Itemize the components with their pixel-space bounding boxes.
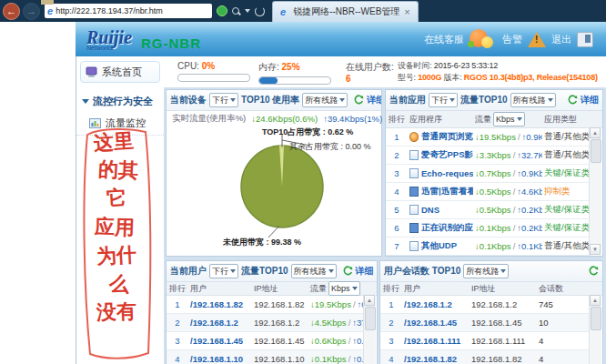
scroll-down-button[interactable]: ▼ — [590, 244, 601, 255]
user-link[interactable]: /192.168.1.2 — [188, 318, 252, 328]
direction-select[interactable]: 下行 — [429, 93, 458, 107]
user-link[interactable]: /192.168.1.111 — [402, 336, 470, 346]
refresh-button[interactable] — [567, 95, 578, 106]
flow-up: ↑0.2Kbps — [517, 205, 542, 215]
scrollbar[interactable]: ▲ ▼ — [589, 295, 601, 364]
user-link[interactable]: /192.168.1.82 — [188, 299, 252, 309]
direction-select[interactable]: 下行 — [209, 93, 238, 107]
sidebar-group-flow-control[interactable]: 流控行为安全 — [76, 87, 164, 112]
ip-cell: 192.168.1.82 — [252, 299, 308, 309]
user-link[interactable]: /192.168.1.10 — [188, 354, 252, 364]
detail-link[interactable]: 详细 — [356, 265, 374, 278]
chevron-down-icon — [328, 269, 334, 273]
unit-select[interactable]: Kbps — [493, 112, 525, 126]
chevron-down-icon — [230, 269, 236, 273]
online-service-link[interactable]: 在线客服 — [424, 33, 464, 46]
panel-user-top10: 当前用户 下行 流量TOP10 所有线路 详细 排行 用户 IP地址 流量 Kb… — [166, 260, 378, 364]
warning-icon[interactable] — [528, 32, 546, 47]
memory-value: 25% — [282, 62, 300, 72]
flow-down: ↓0.5Kbps — [475, 205, 511, 215]
desktop-fragment — [41, 0, 54, 5]
forward-button[interactable]: → — [23, 3, 40, 20]
line-select[interactable]: 所有线路 — [510, 93, 556, 107]
app-table-body: 1 普通网页浏览 ↓19.5Kbps/↑0.9Kbps 普通/其他类 2 爱奇艺… — [386, 128, 591, 256]
sidebar-item-traffic-monitor[interactable]: 流量监控 — [76, 112, 164, 136]
chevron-down-icon — [548, 98, 553, 102]
back-button[interactable]: ← — [3, 3, 20, 20]
down-flow-value: ↓24.6Kbps(0.6%) — [251, 114, 318, 124]
table-row: 7 其他UDP ↓0.1Kbps/↑0.1Kbps 普通/其他类 — [386, 238, 591, 256]
search-icon[interactable] — [232, 7, 240, 15]
refresh-button[interactable] — [342, 266, 353, 277]
flow-up: ↑0.2Kbps — [517, 223, 542, 233]
scroll-thumb[interactable] — [365, 307, 376, 330]
col-header-user: 用户 — [188, 283, 252, 295]
col-header-user: 用户 — [402, 283, 470, 295]
user-link[interactable]: /192.168.1.2 — [402, 299, 470, 309]
ip-cell: 192.168.1.111 — [470, 336, 537, 346]
col-header-rank: 排行 — [167, 283, 188, 295]
direction-select[interactable]: 下行 — [209, 264, 238, 278]
logout-link[interactable]: 退出 — [551, 33, 571, 46]
panel-app-top10: 当前应用 下行 流量TOP10 所有线路 详细 排行 应用程序 流量 Kbps … — [385, 89, 603, 257]
line-select[interactable]: 所有线路 — [302, 93, 348, 107]
app-link[interactable]: DNS — [421, 205, 439, 215]
table-row: 4 /192.168.1.82 192.168.1.82 4 — [380, 350, 591, 364]
smiley-icon[interactable] — [470, 29, 497, 49]
app-link[interactable]: 普通网页浏览 — [421, 131, 473, 143]
flow-up: ↑32.7Kbps — [517, 150, 542, 160]
scrollbar[interactable]: ▲ ▼ — [589, 127, 601, 255]
app-link[interactable]: Echo-request — [421, 168, 473, 178]
scrollbar[interactable]: ▲ ▼ — [363, 295, 376, 364]
detail-link[interactable]: 详细 — [367, 94, 381, 106]
user-link[interactable]: /192.168.1.45 — [402, 318, 470, 328]
panel-session-top10: 用户会话数 TOP10 所有线路 排行 用户 IP地址 会话数 1 /192.1… — [379, 260, 603, 364]
table-row: 6 正在识别的应用 ↓0.1Kbps/↑0.2Kbps 关键/保证类 — [386, 219, 591, 238]
line-select[interactable]: 所有线路 — [291, 264, 337, 278]
user-link[interactable]: /192.168.1.82 — [402, 354, 470, 364]
address-bar[interactable]: e http://222.178.194.37/nbr.htm — [45, 4, 212, 18]
flow-down: ↓3.3Kbps — [475, 150, 511, 160]
scroll-up-button[interactable]: ▲ — [364, 295, 375, 306]
sidebar-group-label: 流控行为安全 — [93, 95, 153, 108]
scroll-thumb[interactable] — [591, 139, 601, 163]
rank-cell: 7 — [386, 241, 408, 251]
app-link[interactable]: 正在识别的应用 — [421, 222, 473, 234]
alarm-link[interactable]: 告警 — [502, 33, 522, 46]
scroll-thumb[interactable] — [591, 307, 601, 330]
sidebar-item-label: 流量监控 — [106, 116, 146, 130]
browser-tab[interactable]: e 锐捷网络--NBR--WEB管理 × — [272, 1, 419, 22]
scroll-up-button[interactable]: ▲ — [590, 295, 601, 306]
app-type: 关键/保证类 — [544, 204, 590, 214]
app-link[interactable]: 迅雷|迅雷看看 — [421, 186, 473, 197]
chevron-down-icon — [352, 287, 358, 290]
app-icon — [409, 132, 419, 142]
logout-icon[interactable] — [577, 32, 593, 47]
panel-subtitle: TOP10 使用率 — [241, 94, 299, 106]
refresh-button[interactable] — [353, 95, 364, 106]
app-link[interactable]: 其他UDP — [421, 240, 457, 252]
unit-select[interactable]: Kbps — [328, 281, 360, 296]
sidebar-item-home[interactable]: 系统首页 — [80, 61, 160, 83]
detail-link[interactable]: 详细 — [581, 94, 599, 106]
app-link[interactable]: 爱奇艺PPS影音 — [421, 149, 473, 161]
chevron-down-icon — [449, 98, 455, 102]
line-select[interactable]: 所有线路 — [463, 264, 509, 278]
chevron-down-icon[interactable] — [245, 9, 250, 13]
panel-subtitle: 流量TOP10 — [460, 94, 508, 106]
refresh-icon[interactable] — [255, 6, 265, 16]
ip-cell: 192.168.1.2 — [470, 299, 537, 309]
col-header-sessions: 会话数 — [537, 283, 577, 295]
table-row: 4 迅雷|迅雷看看 ↓0.5Kbps/↑4.6Kbps 抑制类 — [386, 183, 591, 201]
chevron-down-icon — [82, 99, 89, 104]
panel-subtitle: 流量TOP10 — [241, 265, 288, 278]
user-link[interactable]: /192.168.1.45 — [188, 336, 252, 346]
sessions-cell: 745 — [537, 299, 591, 309]
status-bar: CPU: 0% 内存: 25% 在线用户数: 6 设备时间: 2015-6-23… — [164, 56, 606, 87]
refresh-button[interactable] — [588, 266, 599, 277]
tab-close-icon[interactable]: × — [404, 6, 409, 17]
scroll-up-button[interactable]: ▲ — [590, 127, 601, 138]
ie-icon: e — [280, 6, 286, 17]
app-icon — [409, 187, 419, 197]
session-table-body: 1 /192.168.1.2 192.168.1.2 745 2 /192.16… — [380, 296, 591, 364]
